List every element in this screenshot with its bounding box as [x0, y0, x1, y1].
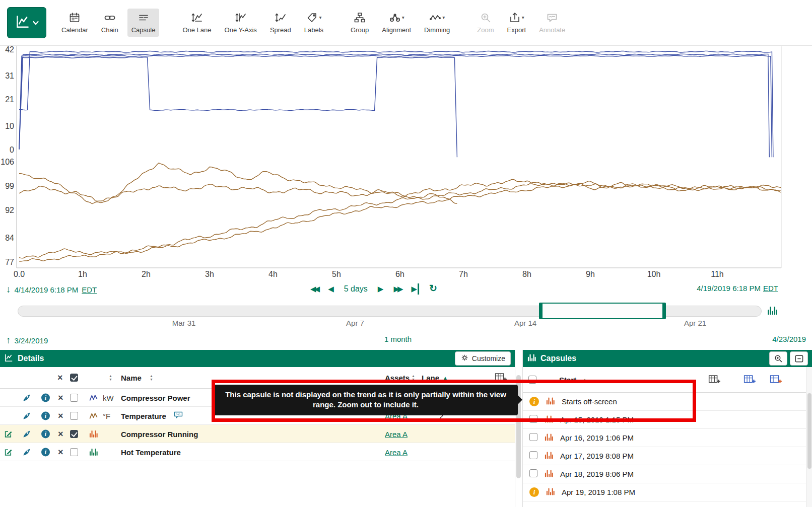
timezone-link-end[interactable]: EDT [763, 284, 778, 293]
step-back-full-icon[interactable] [310, 283, 318, 295]
trend-series-compressor-power-1 [19, 57, 457, 157]
sort-type-icon[interactable] [109, 375, 112, 381]
capsule-icon [546, 396, 555, 407]
toolbar-zoom-button[interactable]: Zoom [473, 9, 498, 37]
overview-tick-label: Mar 31 [172, 319, 196, 327]
spread-icon [275, 12, 287, 25]
row-checkbox[interactable] [70, 412, 78, 420]
toolbar-one-y-axis-button[interactable]: One Y-Axis [221, 9, 261, 37]
timezone-link[interactable]: EDT [82, 285, 97, 294]
column-header-assets[interactable]: Assets [385, 374, 410, 382]
toolbar-one-lane-button[interactable]: One Lane [178, 9, 215, 37]
details-chart-icon [4, 353, 14, 365]
column-header-name[interactable]: Name [121, 374, 142, 382]
step-forward-full-icon[interactable] [393, 283, 401, 295]
sort-name-icon[interactable] [150, 375, 153, 381]
warning-info-icon[interactable]: i [529, 397, 539, 406]
info-icon[interactable]: i [41, 448, 50, 456]
toolbar-spread-button[interactable]: Spread [266, 9, 295, 37]
caret-down-icon: ▾ [522, 12, 524, 24]
step-forward-half-icon[interactable] [378, 283, 384, 295]
x-axis-tick: 6h [395, 270, 404, 278]
capsules-select-all-checkbox[interactable] [528, 376, 536, 384]
unit-label: kW [103, 393, 114, 402]
x-axis-tick: 11h [711, 270, 724, 278]
capsule-checkbox[interactable] [529, 433, 537, 443]
sort-lane-asc-icon[interactable]: ▲ [443, 375, 448, 381]
toolbar-chain-button[interactable]: Chain [97, 9, 122, 37]
condition-icon [89, 429, 98, 439]
toolbar-export-button[interactable]: ▾Export [503, 9, 530, 37]
remove-icon[interactable]: × [58, 392, 63, 403]
remove-icon[interactable]: × [58, 428, 63, 439]
range-start-arrow-icon [6, 284, 11, 296]
investigate-range-duration[interactable]: 1 month [384, 335, 412, 343]
remove-icon[interactable]: × [58, 447, 63, 457]
rocket-icon[interactable] [22, 429, 31, 439]
details-panel: Details Customize × Name Assets Lane ▲ i… [0, 350, 515, 507]
select-all-checkbox[interactable] [70, 374, 78, 382]
x-axis-tick: 3h [205, 270, 214, 278]
step-back-half-icon[interactable] [328, 283, 334, 295]
capsules-scrollbar[interactable] [806, 367, 812, 507]
asset-link[interactable]: Area A [385, 448, 408, 456]
chevron-down-icon [33, 18, 39, 27]
add-property-column-icon[interactable] [770, 375, 782, 385]
timebar-capsule-icon[interactable] [767, 305, 778, 318]
edit-icon[interactable] [4, 448, 13, 456]
add-start-column-icon[interactable] [708, 375, 721, 385]
add-stats-column-icon[interactable] [743, 375, 756, 385]
worksheet-view-selector-button[interactable] [7, 7, 46, 38]
capsule-row-4: Apr 18, 2019 8:06 PM [523, 465, 812, 483]
comment-icon[interactable] [174, 411, 183, 420]
details-panel-header: Details Customize [0, 350, 515, 367]
column-header-lane[interactable]: Lane [422, 374, 439, 382]
toolbar-group-button[interactable]: Group [347, 9, 373, 37]
customize-button[interactable]: Customize [455, 351, 511, 366]
y-axis-tick-compressor-power: 31 [5, 71, 14, 80]
collapse-panel-button[interactable] [790, 351, 808, 366]
signal-icon [89, 393, 98, 402]
row-checkbox[interactable] [70, 430, 78, 438]
toolbar-alignment-button[interactable]: ▾Alignment [378, 9, 415, 37]
rocket-icon[interactable] [22, 448, 31, 457]
capsule-checkbox[interactable] [529, 469, 537, 479]
overview-selected-region[interactable] [539, 303, 666, 319]
column-header-start[interactable]: Start [559, 376, 576, 384]
remove-all-icon[interactable]: × [57, 373, 63, 383]
step-to-end-icon[interactable] [411, 283, 419, 295]
toolbar-labels-button[interactable]: ▾Labels [300, 9, 327, 37]
toolbar-calendar-button[interactable]: Calendar [57, 9, 92, 37]
capsule-checkbox[interactable] [529, 451, 537, 461]
trend-series-compressor-power-2 [19, 51, 773, 157]
unit-text: kW [103, 393, 114, 402]
warning-info-icon[interactable]: i [529, 487, 539, 497]
display-range-duration[interactable]: 5 days [344, 284, 368, 294]
toolbar-capsule-button[interactable]: Capsule [127, 9, 160, 37]
capsule-row-5: iApr 19, 2019 1:08 PM [523, 483, 812, 501]
y-axis-tick-compressor-power: 21 [5, 95, 14, 104]
sort-start-asc-icon[interactable]: ▲ [582, 377, 587, 383]
trend-chart[interactable]: 423121100106999284770.01h2h3h4h5h6h7h8h9… [0, 45, 812, 282]
remove-icon[interactable]: × [58, 410, 63, 421]
info-icon[interactable]: i [41, 429, 50, 438]
capsule-checkbox[interactable] [529, 415, 537, 424]
capsules-icon [527, 353, 536, 365]
x-axis-tick: 0.0 [14, 270, 25, 278]
sort-assets-icon[interactable] [412, 375, 415, 381]
add-column-icon[interactable] [495, 373, 507, 383]
row-checkbox[interactable] [70, 394, 78, 402]
asset-link[interactable]: Area A [385, 429, 408, 438]
row-checkbox[interactable] [70, 448, 78, 456]
caret-down-icon: ▾ [442, 12, 445, 24]
capsule-icon [544, 451, 554, 462]
toolbar-dimming-button[interactable]: ▾Dimming [420, 9, 454, 37]
rocket-icon[interactable] [22, 411, 31, 420]
zoom-to-capsule-button[interactable] [769, 351, 787, 366]
info-icon[interactable]: i [41, 393, 50, 402]
toolbar-annotate-button[interactable]: Annotate [535, 9, 569, 37]
auto-update-icon[interactable] [429, 283, 437, 295]
info-icon[interactable]: i [41, 411, 50, 420]
edit-icon[interactable] [4, 429, 13, 438]
rocket-icon[interactable] [22, 393, 31, 402]
